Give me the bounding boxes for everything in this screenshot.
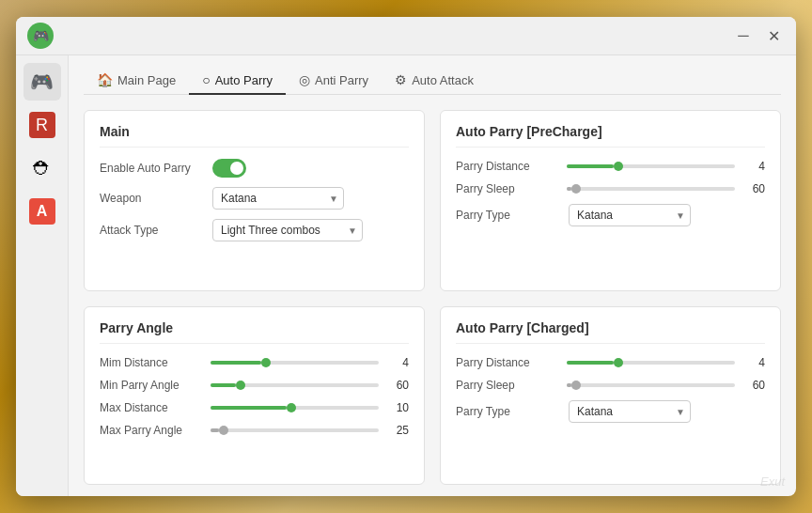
main-panel: Main Enable Auto Parry Weapon Katana	[84, 110, 425, 291]
charged-parry-sleep-value: 60	[742, 379, 765, 392]
charged-parry-distance-slider[interactable]	[567, 355, 735, 370]
title-bar: 🎮 ─ ✕	[16, 17, 796, 55]
precharge-distance-fill	[567, 164, 614, 168]
precharge-parry-type-value: Katana Sword Dagger ▼	[569, 204, 765, 226]
max-distance-thumb[interactable]	[287, 403, 296, 412]
mim-distance-fill	[211, 361, 261, 365]
enable-auto-parry-row: Enable Auto Parry	[100, 159, 409, 178]
sidebar-item-red-app[interactable]: R	[23, 106, 61, 144]
precharge-parry-sleep-value: 60	[742, 182, 765, 195]
main-panel-title: Main	[100, 124, 409, 148]
mim-distance-row: Mim Distance 4	[100, 355, 409, 370]
weapon-value: Katana Sword Dagger ▼	[212, 187, 409, 210]
max-parry-angle-slider[interactable]	[211, 423, 379, 438]
min-parry-angle-track	[211, 383, 379, 387]
charged-sleep-thumb[interactable]	[571, 381, 581, 390]
auto-parry-charged-title: Auto Parry [Charged]	[456, 320, 765, 344]
max-distance-value: 10	[386, 401, 409, 414]
precharge-sleep-thumb[interactable]	[571, 184, 581, 194]
attack-type-label: Attack Type	[100, 224, 212, 237]
close-button[interactable]: ✕	[762, 24, 785, 47]
mim-distance-slider[interactable]	[211, 355, 379, 370]
charged-parry-distance-value: 4	[742, 356, 765, 369]
tab-auto-parry-label: Auto Parry	[215, 73, 273, 87]
panels-grid: Main Enable Auto Parry Weapon Katana	[84, 110, 781, 485]
gamepad-icon: 🎮	[30, 70, 54, 93]
home-icon: 🏠	[97, 72, 113, 87]
tab-auto-attack[interactable]: ⚙ Auto Attack	[382, 67, 487, 95]
helmet-icon: ⛑	[33, 158, 52, 179]
watermark: Exut	[760, 474, 785, 489]
min-parry-angle-slider[interactable]	[211, 378, 379, 393]
max-distance-slider[interactable]	[211, 400, 379, 415]
sidebar-item-gamepad[interactable]: 🎮	[23, 63, 61, 101]
attack-type-select[interactable]: Light Three combos Heavy Combo	[212, 219, 363, 241]
tab-main-page[interactable]: 🏠 Main Page	[84, 67, 189, 95]
auto-parry-toggle[interactable]	[212, 159, 246, 178]
attack-type-select-wrapper: Light Three combos Heavy Combo ▼	[212, 219, 363, 241]
precharge-distance-track	[567, 164, 735, 168]
charged-distance-fill	[567, 361, 614, 365]
charged-parry-distance-label: Parry Distance	[456, 356, 559, 369]
enable-auto-parry-label: Enable Auto Parry	[100, 162, 212, 175]
tab-anti-parry[interactable]: ◎ Anti Parry	[286, 67, 382, 95]
attack-type-row: Attack Type Light Three combos Heavy Com…	[100, 219, 409, 241]
min-parry-angle-fill	[211, 383, 236, 387]
mim-distance-thumb[interactable]	[261, 358, 271, 367]
bullseye-icon: ◎	[299, 72, 310, 87]
charged-distance-thumb[interactable]	[614, 358, 623, 367]
min-parry-angle-row: Min Parry Angle 60	[100, 378, 409, 393]
tab-main-page-label: Main Page	[117, 73, 176, 87]
min-parry-angle-value: 60	[386, 379, 409, 392]
precharge-parry-sleep-row: Parry Sleep 60	[456, 181, 765, 196]
max-distance-fill	[211, 406, 287, 410]
max-distance-row: Max Distance 10	[100, 400, 409, 415]
precharge-parry-type-select[interactable]: Katana Sword Dagger	[569, 204, 691, 226]
charged-parry-sleep-slider[interactable]	[567, 378, 735, 393]
max-parry-angle-thumb[interactable]	[219, 426, 228, 435]
weapon-select-wrapper: Katana Sword Dagger ▼	[212, 187, 344, 210]
parry-angle-panel: Parry Angle Mim Distance 4 Min Parry An	[84, 306, 425, 486]
precharge-parry-type-label: Parry Type	[456, 209, 569, 222]
sidebar-item-helmet[interactable]: ⛑	[23, 149, 61, 187]
mim-distance-label: Mim Distance	[100, 356, 203, 369]
auto-parry-precharge-panel: Auto Parry [PreCharge] Parry Distance 4	[440, 110, 781, 291]
precharge-parry-distance-value: 4	[742, 160, 765, 173]
charged-parry-type-select[interactable]: Katana Sword Dagger	[569, 400, 691, 423]
charged-parry-distance-row: Parry Distance 4	[456, 355, 765, 370]
charged-parry-sleep-row: Parry Sleep 60	[456, 378, 765, 393]
precharge-parry-sleep-label: Parry Sleep	[456, 182, 559, 195]
enable-auto-parry-value	[212, 159, 409, 178]
weapon-row: Weapon Katana Sword Dagger ▼	[100, 187, 409, 210]
weapon-label: Weapon	[100, 192, 212, 205]
app-icon: 🎮	[27, 23, 54, 49]
precharge-parry-distance-label: Parry Distance	[456, 160, 559, 173]
main-content: 🏠 Main Page ○ Auto Parry ◎ Anti Parry ⚙ …	[69, 55, 796, 496]
auto-parry-precharge-title: Auto Parry [PreCharge]	[456, 124, 765, 148]
min-parry-angle-label: Min Parry Angle	[100, 379, 203, 392]
precharge-parry-type-wrapper: Katana Sword Dagger ▼	[569, 204, 691, 226]
max-distance-track	[211, 406, 379, 410]
charged-sleep-track	[567, 383, 735, 387]
main-window: 🎮 ─ ✕ 🎮 R ⛑ A 🏠	[16, 17, 796, 496]
sidebar-item-arks[interactable]: A	[23, 193, 61, 230]
gear-icon: ⚙	[395, 72, 407, 87]
weapon-select[interactable]: Katana Sword Dagger	[212, 187, 344, 210]
tab-anti-parry-label: Anti Parry	[315, 73, 368, 87]
tab-auto-parry[interactable]: ○ Auto Parry	[189, 67, 286, 95]
precharge-distance-thumb[interactable]	[614, 162, 623, 171]
charged-parry-sleep-label: Parry Sleep	[456, 379, 559, 392]
minimize-button[interactable]: ─	[732, 24, 755, 47]
precharge-parry-type-row: Parry Type Katana Sword Dagger ▼	[456, 204, 765, 226]
sidebar: 🎮 R ⛑ A	[16, 55, 69, 496]
max-parry-angle-label: Max Parry Angle	[100, 424, 203, 437]
max-distance-label: Max Distance	[100, 401, 203, 414]
precharge-parry-sleep-slider[interactable]	[567, 181, 735, 196]
max-parry-angle-fill	[211, 428, 219, 432]
tabs: 🏠 Main Page ○ Auto Parry ◎ Anti Parry ⚙ …	[84, 67, 781, 95]
precharge-parry-distance-slider[interactable]	[567, 159, 735, 174]
min-parry-angle-thumb[interactable]	[236, 381, 245, 390]
mim-distance-track	[211, 361, 379, 365]
layout: 🎮 R ⛑ A 🏠 Main Page ○ Auto	[16, 55, 796, 496]
precharge-parry-distance-row: Parry Distance 4	[456, 159, 765, 174]
